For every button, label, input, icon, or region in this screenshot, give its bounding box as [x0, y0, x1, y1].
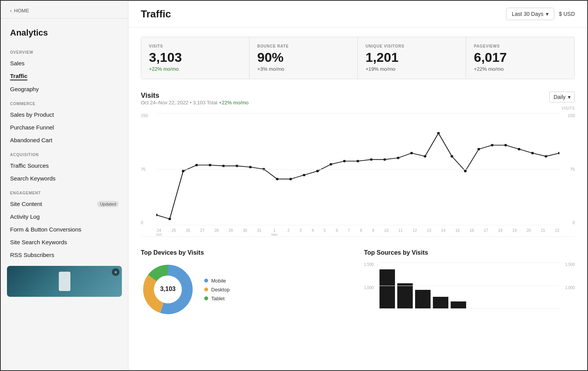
x-label-31: 31: [257, 228, 262, 237]
dot: [289, 178, 292, 180]
main-content: Traffic Last 30 Days ▾ $ USD VISITS 3,10…: [128, 1, 587, 370]
content-area: VISITS 3,103 +22% mo/mo BOUNCE RATE 90% …: [128, 27, 587, 370]
grid-line-mid: [156, 169, 559, 170]
bottom-charts: Top Devices by Visits 3,103: [141, 249, 575, 317]
section-label-commerce: COMMERCE: [1, 95, 128, 108]
stat-card-unique-visitors: UNIQUE VISITORS 1,201 +19% mo/mo: [358, 37, 466, 79]
updated-badge: Updated: [97, 201, 119, 207]
bar-chart-wrapper: 1,500 1,000 1,500 1,000: [364, 262, 575, 309]
bar-y-max-left: 1,500: [364, 262, 378, 267]
y-mid-right: 75: [561, 167, 575, 172]
sidebar-item-abandoned-cart[interactable]: Abandoned Cart: [1, 134, 128, 146]
sidebar-item-search-keywords[interactable]: Search Keywords: [1, 172, 128, 185]
bounce-rate-label: BOUNCE RATE: [257, 44, 350, 48]
x-label-2: 2: [287, 228, 290, 237]
x-label-19: 19: [512, 228, 516, 237]
dot: [545, 155, 547, 157]
grid-line-bottom: [156, 225, 559, 225]
dot: [249, 166, 252, 168]
chevron-left-icon: ‹: [10, 8, 12, 14]
dot: [397, 157, 400, 159]
x-label-27: 27: [200, 228, 204, 237]
app-frame: ‹ HOME Analytics OVERVIEW Sales Traffic …: [0, 0, 588, 371]
dot: [357, 160, 359, 162]
x-label-25: 25: [172, 228, 176, 237]
y-axis-label: VISITS: [561, 106, 575, 111]
chevron-down-icon-chart: ▾: [568, 94, 571, 100]
sidebar-item-activity-log[interactable]: Activity Log: [1, 210, 128, 223]
date-range-picker[interactable]: Last 30 Days ▾: [506, 8, 554, 20]
sidebar-item-site-search-keywords[interactable]: Site Search Keywords: [1, 236, 128, 248]
section-label-engagement: ENGAGEMENT: [1, 185, 128, 197]
sidebar-item-form-button[interactable]: Form & Button Conversions: [1, 223, 128, 236]
period-label: Daily: [554, 94, 566, 100]
x-label-14: 14: [441, 228, 445, 237]
dot: [424, 155, 426, 157]
bar-grid-top: [379, 262, 559, 263]
x-label-22: 22: [555, 228, 559, 237]
bounce-rate-change: +3% mo/mo: [257, 66, 350, 72]
sidebar-item-sales[interactable]: Sales: [1, 57, 128, 70]
y-max-left: 150: [141, 113, 154, 118]
x-label-21: 21: [541, 228, 545, 237]
x-label-28: 28: [214, 228, 219, 237]
chart-subtitle: Oct 24–Nov 22, 2022 • 3,103 Total +22% m…: [141, 100, 249, 106]
sidebar-item-traffic-sources[interactable]: Traffic Sources: [1, 159, 128, 172]
bar-y-right: 1,500 1,000: [561, 262, 575, 309]
y-mid-left: 75: [141, 167, 154, 172]
legend-label-desktop: Desktop: [211, 287, 230, 293]
visits-change: +22% mo/mo: [149, 66, 241, 72]
visits-chart: VISITS 150 75 0 150 75 0: [141, 113, 575, 237]
sidebar-item-site-content[interactable]: Site Content Updated: [1, 197, 128, 210]
stat-cards: VISITS 3,103 +22% mo/mo BOUNCE RATE 90% …: [141, 37, 575, 79]
dot: [316, 170, 319, 172]
dot: [303, 174, 306, 176]
bounce-rate-value: 90%: [257, 51, 350, 64]
currency-selector[interactable]: $ USD: [559, 11, 575, 17]
x-label-20: 20: [526, 228, 531, 237]
phone-graphic: [59, 272, 70, 291]
bar-5: [451, 301, 466, 308]
dot: [518, 148, 520, 150]
x-axis-labels: 24 Oct 25 26 27 28 29 30 31 1 Nov: [156, 228, 559, 237]
sidebar-item-sales-by-product[interactable]: Sales by Product: [1, 108, 128, 121]
bar-2: [397, 283, 413, 308]
x-label-1: 1 Nov: [271, 228, 277, 237]
donut-chart-title: Top Devices by Visits: [141, 249, 352, 256]
x-label-5: 5: [324, 228, 326, 237]
x-label-8: 8: [360, 228, 362, 237]
y-labels-left: 150 75 0: [141, 113, 154, 225]
legend-dot-tablet: [204, 296, 208, 300]
bar-chart-section: Top Sources by Visits 1,500 1,000 1,500 …: [364, 249, 575, 317]
x-label-3: 3: [299, 228, 302, 237]
dot: [343, 160, 346, 162]
donut-chart-section: Top Devices by Visits 3,103: [141, 249, 352, 317]
page-title: Traffic: [141, 8, 171, 20]
home-link[interactable]: ‹ HOME: [1, 1, 128, 19]
home-label: HOME: [14, 8, 29, 14]
x-label-10: 10: [384, 228, 388, 237]
bar-grid-mid: [379, 286, 559, 286]
sidebar-item-traffic[interactable]: Traffic: [10, 73, 27, 80]
dot: [451, 155, 453, 157]
legend-label-tablet: Tablet: [211, 296, 225, 301]
dot: [464, 170, 467, 172]
thumbnail-close-button[interactable]: ✕: [112, 268, 120, 276]
sidebar-item-geography[interactable]: Geography: [1, 83, 128, 95]
legend-dot-mobile: [204, 279, 208, 283]
donut-svg-wrapper: 3,103: [141, 262, 195, 317]
bar-y-max-right: 1,500: [561, 262, 575, 267]
sidebar-item-purchase-funnel[interactable]: Purchase Funnel: [1, 121, 128, 134]
chart-highlight: +22% mo/mo: [219, 100, 249, 106]
dot: [276, 178, 279, 180]
chart-date-range: Oct 24–Nov 22, 2022 • 3,103 Total: [141, 100, 219, 106]
main-header: Traffic Last 30 Days ▾ $ USD: [128, 1, 587, 27]
dot: [558, 152, 559, 154]
x-label-6: 6: [336, 228, 338, 237]
x-label-11: 11: [398, 228, 403, 237]
pageviews-value: 6,017: [474, 51, 567, 64]
x-label-30: 30: [243, 228, 247, 237]
sidebar-item-rss[interactable]: RSS Subscribers: [1, 248, 128, 261]
legend-desktop: Desktop: [204, 287, 230, 293]
period-selector[interactable]: Daily ▾: [549, 92, 575, 102]
